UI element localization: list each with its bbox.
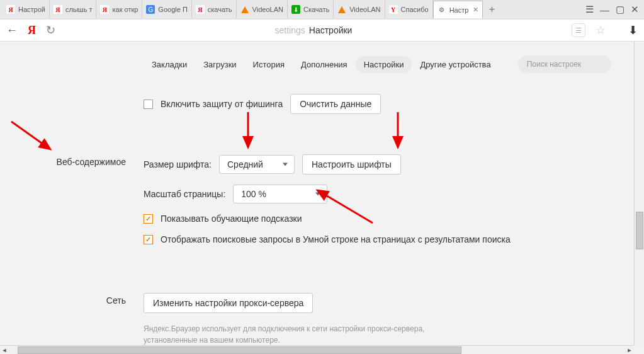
proxy-note: Яндекс.Браузер использует для подключени…: [144, 323, 471, 346]
window-controls: ☰ — ▢ ✕: [585, 4, 639, 15]
minimize-button[interactable]: —: [600, 4, 609, 15]
settings-nav-link[interactable]: Дополнения: [293, 56, 356, 73]
reload-button[interactable]: ↻: [46, 23, 55, 37]
browser-tab[interactable]: ЯНастрой: [3, 1, 50, 18]
address-bar: ← Я ↻ settings Настройки ☰ ☆ ⬇: [0, 19, 644, 42]
browser-tab[interactable]: VideoLAN: [334, 1, 385, 18]
settings-nav-link[interactable]: История: [245, 56, 293, 73]
font-size-select[interactable]: Средний: [219, 155, 295, 174]
omnibox[interactable]: settings Настройки: [65, 25, 562, 35]
tab-label: Google П: [158, 6, 187, 13]
tab-strip: ЯНастройЯслышь тЯкак открGGoogle ПЯскача…: [0, 0, 644, 19]
hints-label: Показывать обучающие подсказки: [161, 214, 302, 224]
vertical-scrollbar[interactable]: [634, 42, 644, 345]
browser-tab[interactable]: Яскачать: [192, 1, 237, 18]
tab-label: VideoLAN: [349, 6, 380, 13]
page-zoom-label: Масштаб страницы:: [144, 189, 225, 199]
tab-label: Настр: [449, 6, 469, 14]
svg-line-0: [11, 122, 50, 149]
settings-nav: ЗакладкиЗагрузкиИсторияДополненияНастрой…: [0, 42, 644, 84]
tab-label: Скачать: [303, 6, 329, 13]
browser-tab[interactable]: GGoogle П: [142, 1, 191, 18]
browser-tab[interactable]: YСпасибо: [385, 1, 433, 18]
bookmark-star-icon[interactable]: ☆: [596, 23, 606, 37]
close-window-button[interactable]: ✕: [631, 4, 639, 15]
customize-fonts-button[interactable]: Настроить шрифты: [302, 154, 401, 174]
phishing-checkbox[interactable]: [144, 100, 153, 109]
browser-tab[interactable]: VideoLAN: [237, 1, 288, 18]
downloads-button[interactable]: ⬇: [628, 23, 638, 37]
settings-nav-link[interactable]: Загрузки: [195, 56, 244, 73]
tab-label: скачать: [208, 6, 232, 13]
browser-tab[interactable]: Якак откр: [96, 1, 142, 18]
settings-nav-link[interactable]: Настройки: [356, 56, 412, 73]
new-tab-button[interactable]: +: [483, 3, 500, 16]
maximize-button[interactable]: ▢: [616, 4, 624, 15]
smartline-checkbox[interactable]: [144, 235, 153, 244]
web-content-heading: Веб-содержимое: [0, 154, 144, 256]
hamburger-icon[interactable]: ☰: [585, 4, 594, 15]
tab-label: VideoLAN: [252, 6, 283, 13]
settings-nav-link[interactable]: Другие устройства: [412, 56, 499, 73]
security-pill-icon[interactable]: ☰: [572, 23, 585, 37]
tab-label: Спасибо: [401, 6, 429, 13]
browser-tab[interactable]: Яслышь т: [50, 1, 96, 18]
close-tab-icon[interactable]: ✕: [473, 6, 478, 14]
hints-checkbox[interactable]: [144, 214, 153, 224]
tab-label: как откр: [112, 6, 138, 13]
smartline-label: Отображать поисковые запросы в Умной стр…: [161, 234, 511, 246]
url-title: Настройки: [309, 25, 353, 35]
clear-data-button[interactable]: Очистить данные: [290, 94, 381, 114]
browser-tab[interactable]: ⬇Скачать: [288, 1, 334, 18]
page-zoom-select[interactable]: 100 %: [233, 185, 327, 203]
settings-nav-link[interactable]: Закладки: [144, 56, 195, 73]
tab-label: Настрой: [18, 6, 45, 13]
proxy-settings-button[interactable]: Изменить настройки прокси-сервера: [144, 293, 313, 313]
url-prefix: settings: [275, 25, 305, 35]
network-heading: Сеть: [0, 293, 144, 346]
settings-search-input[interactable]: Поиск настроек: [518, 55, 611, 73]
settings-content: ЗакладкиЗагрузкиИсторияДополненияНастрой…: [0, 42, 644, 354]
back-button[interactable]: ←: [6, 24, 18, 37]
browser-tab[interactable]: ⚙Настр✕: [433, 1, 483, 18]
horizontal-scrollbar[interactable]: ◄►: [0, 345, 634, 354]
yandex-logo-icon[interactable]: Я: [28, 24, 36, 37]
font-size-label: Размер шрифта:: [144, 159, 212, 169]
phishing-label: Включить защиту от фишинга: [161, 99, 283, 109]
tab-label: слышь т: [65, 6, 92, 13]
